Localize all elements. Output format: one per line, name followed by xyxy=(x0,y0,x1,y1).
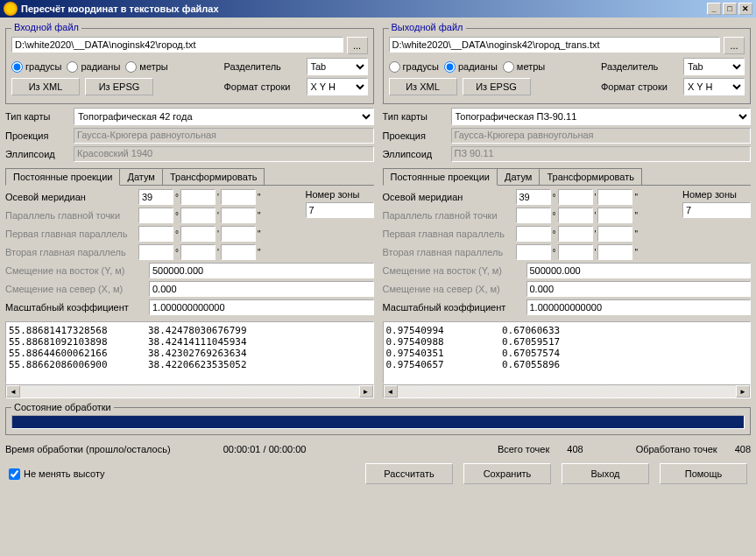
right-hscroll[interactable]: ◄► xyxy=(383,384,752,398)
left-projection-label: Проекция xyxy=(5,130,74,141)
right-tab-constants[interactable]: Постоянные проекции xyxy=(383,168,498,186)
left-offn-label: Смещение на север (X, м) xyxy=(5,284,145,294)
close-button[interactable]: ✕ xyxy=(738,3,752,15)
right-maptype-combo[interactable]: Топографическая ПЗ-90.11 xyxy=(451,108,752,125)
app-icon xyxy=(4,2,18,16)
right-zone-label: Номер зоны xyxy=(682,189,737,200)
right-projection-label: Проекция xyxy=(383,130,451,141)
right-axial-label: Осевой меридиан xyxy=(383,192,514,202)
exit-button[interactable]: Выход xyxy=(562,463,649,484)
output-meters-radio[interactable]: метры xyxy=(503,61,545,73)
left-hscroll[interactable]: ◄► xyxy=(5,384,374,398)
left-ellipsoid-field: Красовский 1940 xyxy=(74,146,374,162)
left-offe-label: Смещение на восток (Y, м) xyxy=(5,265,145,276)
output-separator-label: Разделитель xyxy=(601,61,678,72)
processed-label: Обработано точек xyxy=(636,444,717,454)
input-format-combo[interactable]: X Y H xyxy=(307,78,368,95)
left-axial-sec[interactable] xyxy=(221,189,256,205)
right-offn-field[interactable] xyxy=(526,281,752,297)
left-tab-transform[interactable]: Трансформировать xyxy=(162,168,265,185)
right-scale-field[interactable] xyxy=(526,299,752,315)
input-path-field[interactable] xyxy=(11,37,343,53)
right-offe-label: Смещение на восток (Y, м) xyxy=(383,265,523,276)
right-tabs: Постоянные проекции Датум Трансформирова… xyxy=(383,168,752,186)
right-tab-transform[interactable]: Трансформировать xyxy=(539,168,642,185)
output-from-xml-button[interactable]: Из XML xyxy=(389,78,457,95)
keep-height-checkbox[interactable]: Не менять высоту xyxy=(9,468,105,480)
right-offe-field[interactable] xyxy=(526,263,752,278)
input-radians-radio[interactable]: радианы xyxy=(67,61,120,73)
right-par1-label: Первая главная параллель xyxy=(383,229,514,239)
progress-bar xyxy=(11,415,745,429)
save-button[interactable]: Сохранить xyxy=(463,463,551,484)
input-from-epsg-button[interactable]: Из EPSG xyxy=(85,78,153,95)
title-bar: Пересчёт координат в текстовых файлах _ … xyxy=(0,0,756,18)
right-maptype-label: Тип карты xyxy=(383,111,451,122)
processed-value: 408 xyxy=(735,444,751,454)
output-format-label: Формат строки xyxy=(601,81,678,92)
calculate-button[interactable]: Рассчитать xyxy=(365,463,453,484)
help-button[interactable]: Помощь xyxy=(660,463,747,484)
output-separator-combo[interactable]: Tab xyxy=(683,58,745,75)
right-parmain-label: Параллель главной точки xyxy=(383,210,514,221)
left-zone-label: Номер зоны xyxy=(306,189,360,200)
right-projection-field: Гаусса-Крюгера равноугольная xyxy=(451,128,752,144)
right-par2-label: Вторая главная параллель xyxy=(383,247,514,257)
left-maptype-label: Тип карты xyxy=(5,111,74,122)
left-offe-field[interactable] xyxy=(149,263,374,278)
output-from-epsg-button[interactable]: Из EPSG xyxy=(463,78,531,95)
time-label: Время обработки (прошло/осталось) xyxy=(5,444,171,454)
left-ellipsoid-label: Эллипсоид xyxy=(5,149,74,159)
total-label: Всего точек xyxy=(498,444,549,454)
left-par2-label: Вторая главная параллель xyxy=(5,247,137,257)
right-ellipsoid-field: ПЗ 90.11 xyxy=(451,146,752,162)
time-value: 00:00:01 / 00:00:00 xyxy=(223,444,307,454)
left-parmain-label: Параллель главной точки xyxy=(5,210,137,221)
status-group: Состояние обработки xyxy=(5,407,751,435)
window-title: Пересчёт координат в текстовых файлах xyxy=(21,4,219,14)
input-from-xml-button[interactable]: Из XML xyxy=(11,78,80,95)
left-axial-deg[interactable] xyxy=(138,189,173,205)
output-browse-button[interactable]: ... xyxy=(724,37,745,54)
left-tab-datum[interactable]: Датум xyxy=(119,168,162,185)
minimize-button[interactable]: _ xyxy=(707,3,721,15)
left-scale-field[interactable] xyxy=(149,299,374,315)
input-browse-button[interactable]: ... xyxy=(347,37,368,54)
total-value: 408 xyxy=(567,444,583,454)
input-meters-radio[interactable]: метры xyxy=(125,61,167,73)
status-group-label: Состояние обработки xyxy=(11,402,114,412)
right-axial-deg[interactable] xyxy=(516,189,551,205)
left-scale-label: Масштабный коэффициент xyxy=(5,302,145,313)
output-file-label: Выходной файл xyxy=(389,22,466,32)
input-separator-label: Разделитель xyxy=(224,61,301,72)
right-ellipsoid-label: Эллипсоид xyxy=(383,149,451,159)
left-tab-constants[interactable]: Постоянные проекции xyxy=(5,168,120,186)
input-format-label: Формат строки xyxy=(224,81,301,92)
left-offn-field[interactable] xyxy=(149,281,374,297)
left-zone-field[interactable] xyxy=(306,202,374,218)
right-zone-field[interactable] xyxy=(682,202,751,218)
left-axial-min[interactable] xyxy=(180,189,215,205)
left-maptype-combo[interactable]: Топографическая 42 года xyxy=(74,108,374,125)
left-tabs: Постоянные проекции Датум Трансформирова… xyxy=(5,168,374,186)
left-par1-label: Первая главная параллель xyxy=(5,229,137,239)
output-file-group: Выходной файл ... градусы радианы метры … xyxy=(383,28,752,104)
left-projection-field: Гаусса-Крюгера равноугольная xyxy=(74,128,374,144)
right-tab-datum[interactable]: Датум xyxy=(497,168,540,185)
input-file-label: Входной файл xyxy=(11,22,81,32)
input-separator-combo[interactable]: Tab xyxy=(307,58,368,75)
right-data-area[interactable]: 0.97540994 0.67060633 0.97540988 0.67059… xyxy=(383,321,752,384)
output-radians-radio[interactable]: радианы xyxy=(444,61,498,73)
input-file-group: Входной файл ... градусы радианы метры Р… xyxy=(5,28,374,104)
maximize-button[interactable]: □ xyxy=(723,3,737,15)
input-degrees-radio[interactable]: градусы xyxy=(11,61,61,73)
output-degrees-radio[interactable]: градусы xyxy=(389,61,439,73)
left-axial-label: Осевой меридиан xyxy=(5,192,137,202)
right-scale-label: Масштабный коэффициент xyxy=(383,302,523,313)
output-path-field[interactable] xyxy=(389,37,721,53)
output-format-combo[interactable]: X Y H xyxy=(683,78,745,95)
left-data-area[interactable]: 55.88681417328568 38.42478030676799 55.8… xyxy=(5,321,374,384)
right-offn-label: Смещение на север (X, м) xyxy=(383,284,523,294)
